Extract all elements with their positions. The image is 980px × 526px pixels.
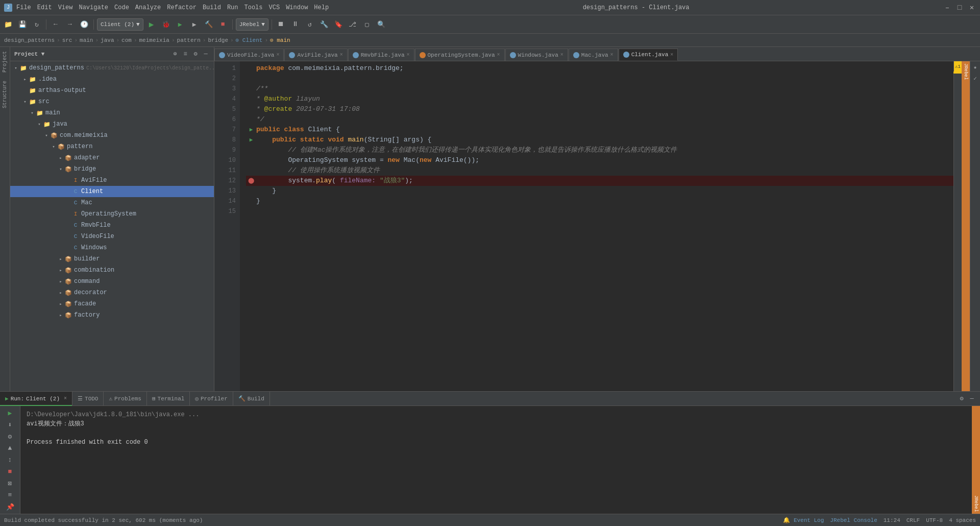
rerun-button[interactable]: ▶ (4, 408, 16, 418)
menu-code[interactable]: Code (114, 4, 129, 11)
save-button[interactable]: 💾 (16, 18, 29, 31)
bottom-tab-build[interactable]: 🔨 Build (233, 392, 270, 406)
tree-combination[interactable]: ▸ 📦 combination (10, 265, 214, 276)
line-separator[interactable]: CRLF (906, 517, 920, 523)
run-coverage-button[interactable]: ▶ (174, 18, 186, 31)
tree-main[interactable]: ▾ 📁 main (10, 107, 214, 118)
tree-rmvbfile[interactable]: C RmvbFile (10, 220, 214, 231)
warning-indicator[interactable]: ⚠1 (954, 61, 962, 71)
panel-settings-icon[interactable]: ⚙ (191, 50, 200, 58)
tab-avifile-close[interactable]: × (340, 52, 343, 58)
locate-file-icon[interactable]: ⊕ (171, 50, 179, 58)
tab-windows[interactable]: Windows.java × (505, 49, 568, 61)
bottom-tab-terminal[interactable]: ⊞ Terminal (147, 392, 190, 406)
code-area[interactable]: package com.meimeixia.pattern.bridge; /*… (240, 61, 953, 391)
tree-com[interactable]: ▾ 📦 com.meimeixia (10, 130, 214, 141)
open-file-button[interactable]: 📁 (2, 18, 14, 31)
structure-tab[interactable]: Structure (1, 77, 9, 112)
scroll-to-end-button[interactable]: ⬇ (4, 420, 16, 429)
tab-windows-close[interactable]: × (560, 52, 564, 58)
tree-root[interactable]: ▾ 📁 design_patterns C:\Users\32120\IdeaP… (10, 62, 214, 74)
tree-arthas[interactable]: 📁 arthas-output (10, 85, 214, 96)
breadcrumb-client[interactable]: ⊙ Client (236, 37, 263, 43)
panel-minimize-btn[interactable]: — (968, 395, 976, 403)
close-run-btn[interactable]: ⊠ (4, 479, 16, 488)
event-log-link[interactable]: 🔔 Event Log (783, 517, 824, 523)
tree-pattern[interactable]: ▾ 📦 pattern (10, 141, 214, 152)
tree-java[interactable]: ▾ 📁 java (10, 118, 214, 130)
tab-videofile-close[interactable]: × (276, 52, 279, 58)
tree-facade[interactable]: ▸ 📦 facade (10, 298, 214, 309)
bookmark-icon[interactable]: ★ (971, 63, 979, 71)
profile-button[interactable]: ▶ (188, 18, 201, 31)
pin-tab-button[interactable]: 📌 (4, 502, 16, 512)
menu-refactor[interactable]: Refactor (167, 4, 197, 11)
jrebel-sidebar[interactable]: JRebel (962, 61, 970, 391)
bookmark-button[interactable]: 🔖 (332, 18, 345, 31)
breadcrumb-pattern[interactable]: pattern (177, 37, 201, 43)
breadcrumb-java[interactable]: java (101, 37, 114, 43)
build-button[interactable]: 🔨 (203, 18, 215, 31)
tab-videofile[interactable]: VideoFile.java × (214, 49, 284, 61)
run-filter-button[interactable]: ▲ (4, 443, 16, 453)
recent-files-button[interactable]: 🕐 (78, 18, 90, 31)
breadcrumb-meimeixia[interactable]: meimeixia (139, 37, 169, 43)
menu-vcs[interactable]: VCS (269, 4, 280, 11)
tree-windows[interactable]: C Windows (10, 242, 214, 253)
menu-view[interactable]: View (58, 4, 73, 11)
menu-navigate[interactable]: Navigate (79, 4, 108, 11)
run-button[interactable]: ▶ (145, 18, 158, 31)
menu-window[interactable]: Window (286, 4, 308, 11)
breadcrumb-main[interactable]: main (80, 37, 93, 43)
tree-command[interactable]: ▸ 📦 command (10, 276, 214, 287)
tree-adapter[interactable]: ▸ 📦 adapter (10, 152, 214, 163)
tab-rmvbfile[interactable]: RmvbFile.java × (348, 49, 414, 61)
bottom-tab-todo[interactable]: ☰ TODO (72, 392, 104, 406)
bottom-tab-profiler[interactable]: ◎ Profiler (190, 392, 233, 406)
tree-idea[interactable]: ▸ 📁 .idea (10, 74, 214, 85)
project-tab[interactable]: Project (1, 47, 9, 77)
indent-setting[interactable]: 4 spaces (949, 517, 976, 523)
tree-bridge[interactable]: ▾ 📦 bridge (10, 163, 214, 175)
breadcrumb-src[interactable]: src (62, 37, 72, 43)
tree-decorator[interactable]: ▸ 📦 decorator (10, 287, 214, 298)
search-button[interactable]: 🔍 (375, 18, 387, 31)
stop-run-button[interactable]: ⏹ (275, 18, 287, 31)
collapse-all-icon[interactable]: ≡ (181, 50, 189, 58)
minimize-button[interactable]: – (943, 4, 951, 12)
tab-os-close[interactable]: × (497, 52, 500, 58)
tree-videofile[interactable]: C VideoFile (10, 231, 214, 242)
run-settings-button[interactable]: ⚙ (4, 432, 16, 441)
jrebel-dropdown[interactable]: JRebel ▼ (236, 18, 268, 31)
menu-analyze[interactable]: Analyze (135, 4, 161, 11)
tab-operatingsystem[interactable]: OperatingSystem.java × (415, 49, 505, 61)
reload-button[interactable]: ↺ (304, 18, 316, 31)
bottom-tab-run[interactable]: ▶ Run: Client (2) × (0, 392, 72, 406)
tree-factory[interactable]: ▸ 📦 factory (10, 309, 214, 321)
tab-client[interactable]: Client.java × (619, 49, 678, 61)
forward-button[interactable]: → (64, 18, 76, 31)
tree-mac[interactable]: C Mac (10, 197, 214, 208)
tab-rmvbfile-close[interactable]: × (407, 52, 410, 58)
menu-help[interactable]: Help (314, 4, 329, 11)
menu-file[interactable]: File (16, 4, 31, 11)
tab-mac-close[interactable]: × (610, 52, 614, 58)
close-button[interactable]: ✕ (968, 4, 976, 12)
run-tool-button[interactable]: ↕ (4, 455, 16, 465)
cursor-position[interactable]: 11:24 (884, 517, 900, 523)
bottom-tab-problems[interactable]: ⚠ Problems (104, 392, 146, 406)
menu-run[interactable]: Run (227, 4, 238, 11)
window-controls[interactable]: – □ ✕ (943, 4, 976, 12)
run-tab-close[interactable]: × (64, 396, 67, 401)
tab-mac[interactable]: Mac.java × (569, 49, 618, 61)
menu-build[interactable]: Build (203, 4, 221, 11)
tree-builder[interactable]: ▸ 📦 builder (10, 253, 214, 265)
terminal-button[interactable]: ▢ (361, 18, 373, 31)
breadcrumb-bridge[interactable]: bridge (208, 37, 228, 43)
tree-avifile[interactable]: I AviFile (10, 175, 214, 186)
vcs-button[interactable]: ⎇ (347, 18, 359, 31)
encoding[interactable]: UTF-8 (926, 517, 943, 523)
panel-settings-btn[interactable]: ⚙ (958, 395, 966, 403)
pause-button[interactable]: ⏸ (289, 18, 302, 31)
breadcrumb-main-method[interactable]: ⊙ main (270, 37, 290, 43)
